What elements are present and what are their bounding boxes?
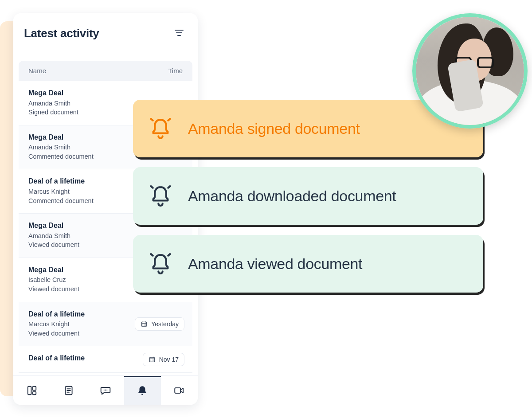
panel-title: Latest activity xyxy=(24,27,99,40)
tab-notifications[interactable] xyxy=(124,376,161,405)
column-header: Name Time xyxy=(19,61,192,81)
toast-viewed: Amanda viewed document xyxy=(133,235,483,293)
bell-ring-icon xyxy=(148,116,173,141)
video-icon xyxy=(173,385,185,396)
bell-icon xyxy=(137,385,148,396)
row-title: Mega Deal xyxy=(28,88,183,98)
tab-document[interactable] xyxy=(50,376,87,405)
tab-chat[interactable] xyxy=(87,376,124,405)
bell-ring-icon xyxy=(148,184,173,208)
toast-message: Amanda viewed document xyxy=(188,255,362,273)
date-label: Yesterday xyxy=(151,320,179,328)
column-name: Name xyxy=(28,67,46,74)
toast-downloaded: Amanda downloaded document xyxy=(133,167,483,225)
date-label: Nov 17 xyxy=(159,356,179,363)
avatar xyxy=(412,13,528,129)
date-chip: Nov 17 xyxy=(143,353,184,366)
bell-ring-icon xyxy=(148,251,173,276)
column-time: Time xyxy=(168,67,183,74)
date-chip: Yesterday xyxy=(135,317,184,331)
toast-message: Amanda signed document xyxy=(188,120,360,137)
chat-icon xyxy=(100,385,111,396)
tab-dashboard[interactable] xyxy=(13,376,50,405)
tab-video[interactable] xyxy=(161,376,198,405)
toast-message: Amanda downloaded document xyxy=(188,188,396,205)
activity-row[interactable]: Deal of a lifetime Marcus Knight Viewed … xyxy=(19,302,192,347)
calendar-icon xyxy=(141,320,148,328)
tab-bar xyxy=(13,375,198,405)
filter-icon[interactable] xyxy=(174,27,184,40)
dashboard-icon xyxy=(26,385,38,396)
document-icon xyxy=(63,385,74,396)
calendar-icon xyxy=(149,356,156,363)
activity-row[interactable]: Deal of a lifetime Nov 17 xyxy=(19,346,192,373)
